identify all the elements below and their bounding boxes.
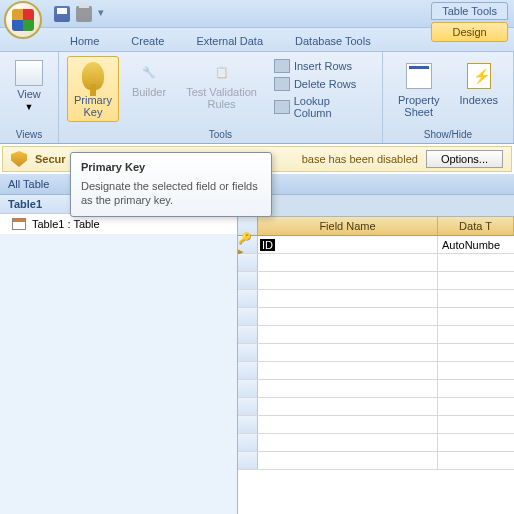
security-label: Secur — [35, 153, 66, 165]
field-row[interactable] — [238, 326, 514, 344]
property-sheet-button[interactable]: Property Sheet — [391, 56, 447, 122]
tab-home[interactable]: Home — [56, 31, 113, 51]
lookup-column-label: Lookup Column — [294, 95, 370, 119]
delete-rows-button[interactable]: Delete Rows — [270, 76, 374, 92]
key-icon — [77, 60, 109, 92]
data-type-header[interactable]: Data T — [438, 217, 514, 235]
insert-rows-label: Insert Rows — [294, 60, 352, 72]
indexes-icon — [463, 60, 495, 92]
security-message: base has been disabled — [302, 153, 418, 165]
group-show-hide: Property Sheet Indexes Show/Hide — [383, 52, 514, 143]
insert-rows-button[interactable]: Insert Rows — [270, 58, 374, 74]
ribbon: View ▼ Views Primary Key 🔧 Builder 📋 Tes… — [0, 52, 514, 144]
field-row[interactable] — [238, 290, 514, 308]
tooltip-body: Designate the selected field or fields a… — [81, 179, 261, 208]
table-design-area: 1 Field Name Data T 🔑▸ ID AutoNumbe — [238, 195, 514, 514]
title-bar: ▾ Table Tools Design — [0, 0, 514, 28]
indexes-button[interactable]: Indexes — [452, 56, 505, 122]
office-logo-icon — [12, 9, 34, 31]
navigation-pane: Table1 « Table1 : Table — [0, 195, 238, 514]
shield-icon — [11, 151, 27, 167]
view-button[interactable]: View ▼ — [8, 56, 50, 116]
builder-icon: 🔧 — [137, 60, 161, 84]
office-button[interactable] — [4, 1, 42, 39]
primary-key-label: Primary Key — [74, 94, 112, 118]
field-row[interactable] — [238, 398, 514, 416]
primary-key-button[interactable]: Primary Key — [67, 56, 119, 122]
field-row[interactable] — [238, 380, 514, 398]
test-validation-button[interactable]: 📋 Test Validation Rules — [179, 56, 264, 122]
group-tools: Primary Key 🔧 Builder 📋 Test Validation … — [59, 52, 383, 143]
group-label-views: Views — [16, 128, 43, 141]
nav-item-table1[interactable]: Table1 : Table — [0, 214, 237, 234]
document-tab-strip: 1 — [238, 195, 514, 217]
tooltip: Primary Key Designate the selected field… — [70, 152, 272, 217]
field-row[interactable] — [238, 362, 514, 380]
save-icon[interactable] — [54, 6, 70, 22]
group-label-showhide: Show/Hide — [424, 128, 472, 141]
lookup-column-button[interactable]: Lookup Column — [270, 94, 374, 120]
lookup-column-icon — [274, 100, 290, 114]
field-row[interactable] — [238, 416, 514, 434]
field-row[interactable]: 🔑▸ ID AutoNumbe — [238, 236, 514, 254]
tab-design[interactable]: Design — [431, 22, 508, 42]
content-area: Table1 « Table1 : Table 1 Field Name Dat… — [0, 195, 514, 514]
quick-access-toolbar: ▾ — [54, 6, 104, 22]
test-validation-label: Test Validation Rules — [186, 86, 257, 110]
datasheet-view-icon — [15, 60, 43, 86]
tab-database-tools[interactable]: Database Tools — [281, 31, 385, 51]
delete-rows-icon — [274, 77, 290, 91]
field-name-value: ID — [260, 239, 275, 251]
view-label: View — [17, 88, 41, 100]
group-views: View ▼ Views — [0, 52, 59, 143]
insert-rows-icon — [274, 59, 290, 73]
field-name-header[interactable]: Field Name — [258, 217, 438, 235]
tab-external-data[interactable]: External Data — [182, 31, 277, 51]
field-row[interactable] — [238, 254, 514, 272]
nav-group-label: Table1 — [8, 198, 42, 210]
field-row[interactable] — [238, 452, 514, 470]
validation-icon: 📋 — [210, 60, 234, 84]
field-row[interactable] — [238, 434, 514, 452]
chevron-down-icon: ▼ — [25, 102, 34, 112]
property-sheet-label: Property Sheet — [398, 94, 440, 118]
tab-create[interactable]: Create — [117, 31, 178, 51]
data-type-cell[interactable]: AutoNumbe — [438, 236, 514, 253]
property-sheet-icon — [403, 60, 435, 92]
print-icon[interactable] — [76, 6, 92, 22]
builder-label: Builder — [132, 86, 166, 98]
field-row[interactable] — [238, 344, 514, 362]
qat-dropdown-icon[interactable]: ▾ — [98, 6, 104, 22]
field-name-cell[interactable]: ID — [258, 236, 438, 253]
table-tools-label: Table Tools — [431, 2, 508, 20]
contextual-tab-group: Table Tools Design — [431, 2, 508, 42]
indexes-label: Indexes — [459, 94, 498, 106]
tooltip-title: Primary Key — [81, 161, 261, 173]
nav-item-label: Table1 : Table — [32, 218, 100, 230]
field-row[interactable] — [238, 308, 514, 326]
row-selector[interactable]: 🔑▸ — [238, 236, 258, 253]
builder-button[interactable]: 🔧 Builder — [125, 56, 173, 122]
table-icon — [12, 218, 26, 230]
column-headers: Field Name Data T — [238, 217, 514, 236]
field-row[interactable] — [238, 272, 514, 290]
options-button[interactable]: Options... — [426, 150, 503, 168]
delete-rows-label: Delete Rows — [294, 78, 356, 90]
group-label-tools: Tools — [209, 128, 232, 141]
